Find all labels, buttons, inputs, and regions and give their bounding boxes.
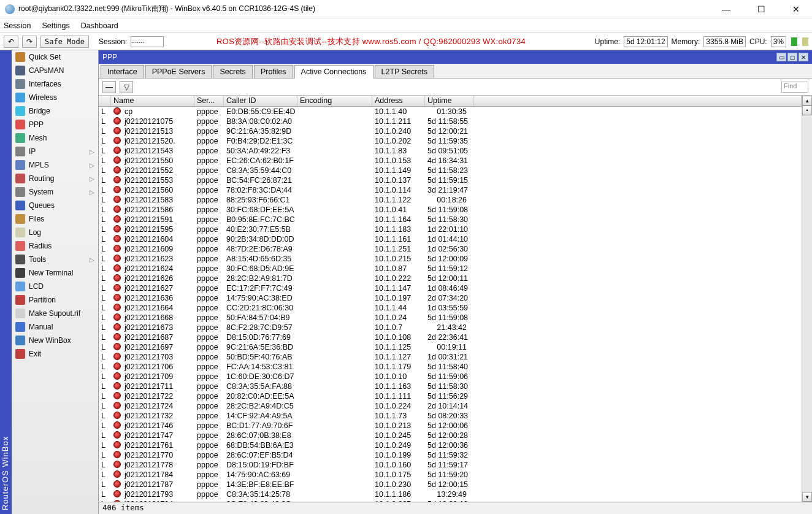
table-row[interactable]: Lj02120121709pppoe1C:60:DE:30:C6:D710.1.… [99, 372, 802, 382]
table-row[interactable]: Lj02120121784pppoe14:75:90:AC:63:6910.1.… [99, 470, 802, 480]
table-row[interactable]: Lj02120121604pppoe90:2B:34:8D:DD:0D10.1.… [99, 234, 802, 244]
table-row[interactable]: Lj02120121513pppoe9C:21:6A:35:82:9D10.1.… [99, 126, 802, 136]
sidebar-item-tools[interactable]: Tools▷ [12, 253, 98, 266]
sidebar-item-lcd[interactable]: LCD [12, 280, 98, 293]
grid-body[interactable]: LcppppoeE0:DB:55:C9:EE:4D10.1.1.4001:30:… [99, 107, 802, 502]
table-row[interactable]: Lj02120121794pppoe6C:F0:49:83:40:2C10.1.… [99, 499, 802, 502]
table-row[interactable]: Lj02120121591pppoeB0:95:8E:FC:7C:BC10.1.… [99, 215, 802, 224]
table-row[interactable]: Lj02120121747pppoe28:6C:07:0B:38:E810.1.… [99, 431, 802, 440]
safe-mode-button[interactable]: Safe Mode [40, 36, 89, 48]
table-row[interactable]: Lj02120121761pppoe68:DB:54:BB:6A:E310.1.… [99, 440, 802, 450]
table-row[interactable]: Lj02120121624pppoe30:FC:68:D5:AD:9E10.1.… [99, 264, 802, 274]
scroll-down-button[interactable]: ▾ [802, 492, 812, 502]
sidebar-item-radius[interactable]: Radius [12, 239, 98, 253]
sidebar-item-interfaces[interactable]: Interfaces [12, 77, 98, 91]
table-row[interactable]: Lj02120121552pppoeC8:3A:35:59:44:C010.1.… [99, 166, 802, 175]
remove-button[interactable]: — [102, 81, 116, 93]
col-name[interactable]: Name [111, 96, 194, 106]
panel-min-button[interactable]: ▭ [776, 53, 786, 61]
scroll-dot-button[interactable]: • [802, 105, 812, 115]
table-row[interactable]: Lj02120121664pppoeCC:2D:21:8C:06:3010.1.… [99, 303, 802, 313]
sidebar-item-new-terminal[interactable]: New Terminal [12, 266, 98, 280]
sidebar-item-files[interactable]: Files [12, 212, 98, 226]
tab-pppoe-servers[interactable]: PPPoE Servers [145, 65, 212, 78]
sidebar-item-manual[interactable]: Manual [12, 320, 98, 334]
maximize-button[interactable]: ☐ [750, 2, 773, 17]
table-row[interactable]: Lj02120121746pppoeBC:D1:77:A9:70:6F10.1.… [99, 421, 802, 431]
table-row[interactable]: Lj02120121687pppoeD8:15:0D:76:77:6910.1.… [99, 332, 802, 342]
sidebar-item-wireless[interactable]: Wireless [12, 91, 98, 104]
scroll-track[interactable] [802, 115, 812, 492]
menu-settings[interactable]: Settings [42, 21, 69, 30]
table-row[interactable]: Lj02120121586pppoe30:FC:68:DF:EE:5A10.1.… [99, 205, 802, 215]
table-row[interactable]: Lj02120121543pppoe50:3A:A0:49:22:F310.1.… [99, 146, 802, 156]
scroll-up-button[interactable]: ▴ [802, 96, 812, 105]
table-row[interactable]: Lj02120121560pppoe78:02:F8:3C:DA:4410.1.… [99, 185, 802, 195]
row-address: 10.1.0.224 [372, 401, 425, 411]
table-row[interactable]: Lj02120121722pppoe20:82:C0:AD:EE:5A10.1.… [99, 391, 802, 401]
close-button[interactable]: ✕ [785, 2, 807, 17]
table-row[interactable]: Lj02120121732pppoe14:CF:92:A4:A9:5A10.1.… [99, 411, 802, 421]
table-row[interactable]: Lj02120121793pppoeC8:3A:35:14:25:7810.1.… [99, 489, 802, 499]
menu-dashboard[interactable]: Dashboard [81, 21, 118, 30]
tab-secrets[interactable]: Secrets [213, 65, 252, 78]
sidebar-item-new-winbox[interactable]: New WinBox [12, 334, 98, 347]
sidebar-item-partition[interactable]: Partition [12, 293, 98, 307]
sidebar-item-make-supout.rif[interactable]: Make Supout.rif [12, 307, 98, 320]
table-row[interactable]: Lj02120121711pppoeC8:3A:35:5A:FA:8810.1.… [99, 382, 802, 391]
table-row[interactable]: Lj02120121636pppoe14:75:90:AC:38:ED10.1.… [99, 293, 802, 303]
table-row[interactable]: Lj02120121627pppoeEC:17:2F:F7:7C:4910.1.… [99, 283, 802, 293]
vertical-scrollbar[interactable]: ▴ • ▾ [802, 96, 812, 502]
table-row[interactable]: Lj02120121787pppoe14:3E:BF:E8:EE:BF10.1.… [99, 480, 802, 489]
table-row[interactable]: Lj02120121697pppoe9C:21:6A:5E:36:BD10.1.… [99, 342, 802, 352]
tab-interface[interactable]: Interface [101, 65, 144, 78]
col-address[interactable]: Address [372, 96, 425, 106]
table-row[interactable]: Lj02120121724pppoe28:2C:B2:A9:4D:C510.1.… [99, 401, 802, 411]
table-row[interactable]: Lj02120121609pppoe48:7D:2E:D6:78:A910.1.… [99, 244, 802, 254]
table-row[interactable]: Lj02120121706pppoeFC:AA:14:53:C3:8110.1.… [99, 362, 802, 372]
table-row[interactable]: LcppppoeE0:DB:55:C9:EE:4D10.1.1.4001:30:… [99, 107, 802, 117]
table-row[interactable]: Lj02120121778pppoeD8:15:0D:19:FD:BF10.1.… [99, 460, 802, 470]
sidebar-item-quick-set[interactable]: Quick Set [12, 50, 98, 64]
col-flag[interactable] [99, 96, 111, 106]
panel-close-button[interactable]: ✕ [799, 53, 808, 61]
sidebar-item-exit[interactable]: Exit [12, 347, 98, 361]
table-row[interactable]: Lj02120121703pppoe50:BD:5F:40:76:AB10.1.… [99, 352, 802, 362]
table-row[interactable]: Lj02120121595pppoe40:E2:30:77:E5:5B10.1.… [99, 224, 802, 234]
table-row[interactable]: Lj02120121583pppoe88:25:93:F6:66:C110.1.… [99, 195, 802, 205]
undo-button[interactable]: ↶ [4, 36, 18, 48]
tab-profiles[interactable]: Profiles [254, 65, 293, 78]
tab-l2tp-secrets[interactable]: L2TP Secrets [375, 65, 435, 78]
col-service[interactable]: Ser... [194, 96, 224, 106]
table-row[interactable]: Lj02120121673pppoe8C:F2:28:7C:D9:5710.1.… [99, 323, 802, 332]
table-row[interactable]: Lj02120121623pppoeA8:15:4D:65:6D:3510.1.… [99, 254, 802, 264]
sidebar-item-ppp[interactable]: PPP [12, 118, 98, 131]
table-row[interactable]: Lj02120121626pppoe28:2C:B2:A9:81:7D10.1.… [99, 274, 802, 283]
sidebar-item-ip[interactable]: IP▷ [12, 145, 98, 158]
sidebar-item-mesh[interactable]: Mesh [12, 131, 98, 145]
sidebar-item-bridge[interactable]: Bridge [12, 104, 98, 118]
sidebar-item-routing[interactable]: Routing▷ [12, 172, 98, 185]
table-row[interactable]: Lj02120121553pppoeBC:54:FC:26:87:2110.1.… [99, 175, 802, 185]
sidebar-item-capsman[interactable]: CAPsMAN [12, 64, 98, 77]
col-encoding[interactable]: Encoding [297, 96, 372, 106]
panel-max-button[interactable]: ◻ [787, 53, 797, 61]
session-input[interactable]: ....... [131, 36, 164, 47]
redo-button[interactable]: ↷ [22, 36, 37, 48]
table-row[interactable]: Lj02120121550pppoeEC:26:CA:62:B0:1F10.1.… [99, 156, 802, 166]
sidebar-item-system[interactable]: System▷ [12, 185, 98, 199]
find-input[interactable]: Find [781, 82, 808, 93]
minimize-button[interactable]: — [714, 2, 738, 17]
menu-session[interactable]: Session [4, 21, 31, 30]
col-uptime[interactable]: Uptime [425, 96, 474, 106]
sidebar-item-mpls[interactable]: MPLS▷ [12, 158, 98, 172]
filter-button[interactable]: ▽ [120, 81, 133, 93]
sidebar-item-queues[interactable]: Queues [12, 199, 98, 212]
table-row[interactable]: Lj02120121668pppoe50:FA:84:57:04:B910.1.… [99, 313, 802, 323]
table-row[interactable]: Lj02120121520.pppoeF0:B4:29:D2:E1:3C10.1… [99, 136, 802, 146]
sidebar-item-log[interactable]: Log [12, 226, 98, 239]
table-row[interactable]: Lj02120121075pppoeB8:3A:08:C0:02:A010.1.… [99, 117, 802, 126]
tab-active-connections[interactable]: Active Connections [294, 65, 373, 79]
table-row[interactable]: Lj02120121770pppoe28:6C:07:EF:B5:D410.1.… [99, 450, 802, 460]
col-caller[interactable]: Caller ID [224, 96, 297, 106]
